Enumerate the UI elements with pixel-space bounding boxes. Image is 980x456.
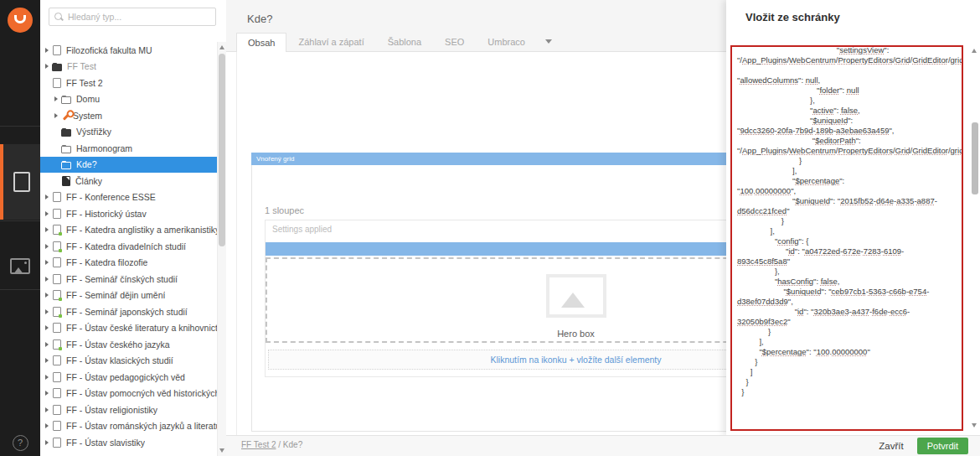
tree-item-label: Domu (76, 94, 100, 104)
doc-icon (53, 274, 61, 284)
grid-cell: Settings applied Hero box Kliknutím na i… (265, 220, 726, 377)
expand-arrow-icon[interactable] (45, 358, 49, 363)
tree-item[interactable]: FF - Ústav románských jazyků a literatur (40, 418, 218, 435)
wrench-icon (63, 112, 70, 120)
tree-item-label: Harmonogram (76, 143, 132, 153)
content-canvas: Vnořený grid 1 sloupec Settings applied … (226, 52, 726, 436)
tree-item[interactable]: Výstřižky (40, 124, 218, 141)
tree-item[interactable]: FF - Katedra divadelních studií (40, 238, 218, 255)
breadcrumb-current: Kde? (283, 440, 302, 449)
tree-scrollbar[interactable] (217, 42, 226, 456)
expand-arrow-icon[interactable] (45, 194, 49, 200)
tree-item[interactable]: FF - Konference ESSE (40, 189, 218, 206)
tree-item[interactable]: FF - Ústav slavistiky (40, 434, 218, 451)
tree-item[interactable]: FF - Seminář dějin umění (40, 288, 218, 304)
add-elements-hint[interactable]: Kliknutím na ikonku + vložíte další elem… (268, 350, 726, 370)
tree-item[interactable]: System (40, 107, 218, 124)
media-section-icon (10, 258, 30, 274)
hero-box-element[interactable]: Hero box (267, 274, 726, 339)
tree-item[interactable]: FF - Ústav českého jazyka (40, 336, 218, 353)
breadcrumb-link[interactable]: FF Test 2 (241, 440, 276, 449)
grid-section-label: 1 sloupec (265, 205, 304, 215)
expand-arrow-icon[interactable] (45, 211, 49, 216)
tree-item-label: FF - Ústav slavistiky (66, 438, 145, 448)
rail-divider (0, 126, 40, 127)
tree-item[interactable]: FF - Seminář čínských studií (40, 271, 218, 288)
tree-item[interactable]: FF - Ústav klasických studií (40, 353, 218, 370)
tab-bar: ObsahZáhlaví a zápatíŠablonaSEOUmbraco (236, 32, 552, 51)
rail-section-media[interactable] (0, 243, 40, 288)
tab[interactable]: Šablona (376, 32, 433, 51)
expand-arrow-icon[interactable] (45, 342, 49, 347)
doc-icon (53, 209, 61, 219)
expand-arrow-icon[interactable] (45, 293, 49, 298)
scroll-up-icon[interactable] (219, 45, 224, 49)
expand-arrow-icon[interactable] (45, 244, 49, 249)
tree-item-label: Články (75, 176, 102, 186)
grid-drop-area: Hero box (266, 257, 726, 343)
tree-item-label: FF - Ústav české literatury a knihovnict… (66, 323, 218, 333)
tab[interactable]: Umbraco (476, 32, 537, 51)
expand-arrow-icon[interactable] (45, 227, 49, 232)
nested-grid-header[interactable]: Vnořený grid (251, 153, 726, 165)
tree-item[interactable]: FF - Historický ústav (40, 205, 218, 222)
tree-item[interactable]: FF - Ústav pomocných věd historických a … (40, 386, 218, 402)
doc-icon (53, 355, 61, 365)
tree-item[interactable]: Filozofická fakulta MU (40, 42, 218, 59)
tree-item[interactable]: Domu (40, 91, 218, 108)
expand-arrow-icon[interactable] (45, 440, 49, 445)
expand-arrow-icon[interactable] (45, 391, 49, 396)
expand-arrow-icon[interactable] (54, 113, 58, 118)
doc-icon (53, 372, 61, 382)
help-button[interactable]: ? (0, 432, 40, 453)
tree-item[interactable]: FF - Katedra anglistiky a amerikanistiky (40, 222, 218, 239)
doc-icon (53, 78, 61, 88)
tree-item[interactable]: FF - Ústav religionistiky (40, 402, 218, 418)
confirm-button[interactable]: Potvrdit (917, 438, 968, 454)
content-section-icon (13, 172, 30, 192)
expand-arrow-icon[interactable] (54, 96, 58, 101)
tabs-more-caret-icon[interactable] (545, 39, 552, 44)
tab[interactable]: SEO (433, 32, 476, 51)
doc-plus-icon (53, 290, 61, 300)
umbraco-logo[interactable] (8, 8, 33, 33)
expand-arrow-icon[interactable] (45, 325, 49, 330)
expand-arrow-icon[interactable] (45, 260, 49, 265)
tree-item[interactable]: FF Test (40, 59, 218, 75)
expand-arrow-icon[interactable] (45, 309, 49, 314)
tree-item[interactable]: FF - Ústav pedagogických věd (40, 369, 218, 386)
panel-scrollbar-thumb[interactable] (972, 122, 978, 194)
nested-grid-body: 1 sloupec Settings applied Hero box Klik… (251, 165, 726, 432)
scroll-down-icon[interactable] (219, 448, 224, 453)
clipboard-content-box[interactable]: "settingsView":"/App_Plugins/WebCentrum/… (730, 45, 963, 431)
doc-plus-icon (53, 307, 61, 317)
hero-image-placeholder-icon (546, 274, 606, 318)
tree-item[interactable]: Kde? (40, 157, 218, 174)
grid-row-bar[interactable] (266, 242, 726, 256)
search-input[interactable] (49, 8, 216, 26)
tree-item[interactable]: FF - Seminář japonských studií (40, 303, 218, 320)
tree-item[interactable]: Články (40, 173, 218, 189)
tree-item[interactable]: Harmonogram (40, 140, 218, 157)
tree-item-label: FF - Seminář čínských studií (66, 274, 178, 284)
panel-scrollbar[interactable] (970, 45, 980, 431)
tree-item[interactable]: FF Test 2 (40, 75, 218, 91)
canvas-left-border (236, 52, 237, 436)
tree-item-label: Výstřižky (76, 127, 111, 137)
expand-arrow-icon[interactable] (45, 48, 49, 53)
expand-arrow-icon[interactable] (45, 277, 49, 282)
expand-arrow-icon[interactable] (45, 407, 49, 412)
help-icon: ? (13, 435, 28, 451)
rail-section-content[interactable] (0, 144, 40, 220)
tab[interactable]: Záhlaví a zápatí (286, 32, 375, 51)
expand-arrow-icon[interactable] (45, 375, 49, 380)
tab[interactable]: Obsah (236, 33, 286, 52)
close-button[interactable]: Zavřít (879, 441, 903, 451)
scroll-up-icon[interactable] (972, 49, 977, 53)
expand-arrow-icon[interactable] (45, 64, 49, 69)
expand-arrow-icon[interactable] (45, 423, 49, 428)
tree-item[interactable]: FF - Katedra filozofie (40, 255, 218, 272)
scroll-down-icon[interactable] (972, 423, 977, 428)
tree-scrollbar-thumb[interactable] (219, 54, 225, 246)
tree-item[interactable]: FF - Ústav české literatury a knihovnict… (40, 320, 218, 337)
